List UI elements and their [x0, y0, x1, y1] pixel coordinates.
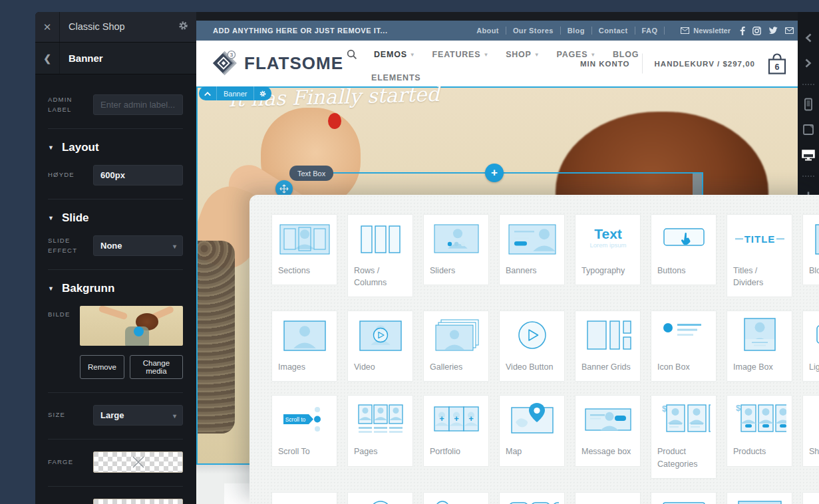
element-card-map[interactable]: Map — [499, 395, 565, 466]
cart-link[interactable]: HANDLEKURV / $297,00 — [655, 60, 755, 68]
menu-item-demos[interactable]: DEMOS▼ — [374, 50, 416, 59]
flatsome-logo-icon: 3 — [210, 49, 238, 77]
instagram-feed-icon — [727, 493, 792, 504]
menu-item-features[interactable]: FEATURES▼ — [432, 50, 490, 59]
email-icon[interactable] — [785, 27, 794, 34]
element-card-blo[interactable]: Blo — [802, 214, 819, 285]
element-card-sha-ico[interactable]: Sha ico — [802, 395, 819, 466]
element-card-product-categories[interactable]: $Product Categories — [651, 395, 717, 478]
element-card-portfolio[interactable]: +++Portfolio — [423, 395, 489, 466]
element-card-video-button[interactable]: Video Button — [499, 311, 565, 382]
size-select[interactable]: Large▾ — [93, 405, 183, 426]
add-element-button[interactable]: + — [485, 164, 504, 182]
height-row: HØYDE 600px — [48, 165, 183, 186]
element-card-buttons[interactable]: Buttons — [651, 214, 717, 285]
element-card-label: Titles / Dividers — [727, 260, 792, 297]
topbar-link-faq[interactable]: FAQ — [635, 27, 665, 35]
banner-settings-gear-icon[interactable] — [253, 86, 271, 100]
topbar-link-our-stores[interactable]: Our Stores — [506, 27, 560, 35]
menu-item-elements[interactable]: ELEMENTS — [371, 73, 420, 82]
topbar-links: AboutOur StoresBlogContactFAQ — [470, 27, 674, 35]
svg-text:Lorem ipsum: Lorem ipsum — [589, 241, 626, 249]
element-card-logo[interactable]: AcmeLogo — [575, 492, 641, 504]
element-card-banner-grids[interactable]: Banner Grids — [575, 311, 641, 382]
slide-section-heading[interactable]: ▼Slide — [48, 211, 183, 225]
chevron-down-icon: ▼ — [410, 52, 416, 58]
flatsome-logo[interactable]: 3 FLATSOME — [210, 49, 343, 77]
topbar-link-about[interactable]: About — [470, 27, 506, 35]
chevron-right-icon[interactable] — [801, 56, 816, 70]
element-card-video[interactable]: Video — [347, 311, 413, 382]
element-card-scroll-to[interactable]: Scroll toScroll To — [271, 395, 337, 466]
element-card-banners[interactable]: Banners — [499, 214, 565, 285]
overlay-row: OVERLAY — [48, 499, 183, 504]
cart-bag-icon[interactable]: 6 — [767, 53, 787, 74]
element-card-image-box[interactable]: Image Box — [727, 311, 792, 382]
chevron-left-icon[interactable] — [801, 31, 816, 45]
element-card-sea[interactable]: Sea — [802, 492, 819, 504]
partial-circle-icon — [803, 396, 819, 441]
element-card-images[interactable]: Images — [271, 311, 337, 382]
background-image-thumbnail[interactable] — [80, 306, 183, 346]
search-icon[interactable] — [347, 49, 357, 60]
topbar-link-contact[interactable]: Contact — [592, 27, 635, 35]
element-card-icon-box[interactable]: Icon Box — [651, 311, 717, 382]
element-card-accordion[interactable]: Accordion — [651, 492, 717, 504]
change-media-button[interactable]: Change media — [130, 355, 183, 379]
topbar-link-blog[interactable]: Blog — [561, 27, 591, 35]
sections-icon — [272, 215, 337, 260]
element-card-typography[interactable]: TextLorem ipsumTypography — [575, 214, 641, 285]
element-card-titles-dividers[interactable]: TITLETitles / Dividers — [727, 214, 792, 297]
desktop-icon[interactable] — [801, 148, 816, 162]
element-card-label: Pages — [348, 441, 412, 465]
builder-header: ✕ Classic Shop — [35, 12, 196, 43]
element-card-testimonials[interactable]: ★ ★ ★Testimonials — [423, 492, 489, 504]
remove-button[interactable]: Remove — [80, 355, 124, 379]
element-card-message-box[interactable]: Message box — [575, 395, 641, 466]
slide-effect-select[interactable]: None▾ — [93, 235, 183, 256]
element-card-rows-columns[interactable]: Rows / Columns — [347, 214, 413, 297]
close-icon[interactable]: ✕ — [35, 21, 59, 33]
partial-box-icon — [803, 311, 819, 356]
menu-item-shop[interactable]: SHOP▼ — [506, 50, 540, 59]
svg-text:+: + — [454, 414, 459, 424]
element-card-instagram-feed[interactable]: Instagram feed — [727, 492, 792, 504]
map-icon — [500, 396, 564, 441]
element-card-label: Rows / Columns — [348, 260, 412, 297]
focal-point-marker[interactable] — [134, 326, 144, 336]
layout-section-heading[interactable]: ▼Layout — [48, 141, 183, 154]
element-card-galleries[interactable]: Galleries — [423, 311, 489, 382]
preview-chrome-strip — [196, 12, 798, 21]
account-link[interactable]: MIN KONTO — [580, 60, 630, 68]
height-input[interactable]: 600px — [93, 165, 183, 186]
collapse-chevron-icon[interactable] — [199, 86, 217, 100]
rows-columns-icon — [348, 215, 412, 260]
element-card-team-member[interactable]: Team Member — [347, 492, 413, 504]
photo-bracelet — [198, 241, 235, 434]
testimonials-icon: ★ ★ ★ — [424, 493, 488, 504]
gear-icon[interactable] — [170, 20, 196, 34]
element-card-lig[interactable]: Lig — [802, 311, 819, 382]
elements-grid: SectionsRows / ColumnsSlidersBannersText… — [271, 214, 819, 504]
tablet-icon[interactable] — [801, 122, 816, 137]
color-swatch[interactable] — [93, 451, 183, 473]
overlay-swatch[interactable] — [93, 499, 183, 504]
admin-label-input[interactable]: Enter admin label... — [93, 94, 183, 115]
background-section-heading[interactable]: ▼Bakgrunn — [48, 282, 183, 295]
element-card-pages[interactable]: Pages — [347, 395, 413, 466]
instagram-icon[interactable] — [752, 27, 761, 35]
element-card-sections[interactable]: Sections — [271, 214, 337, 285]
back-chevron-icon[interactable]: ❮ — [35, 53, 59, 64]
element-card-countdown[interactable]: 10DAYS19MINCountdown — [499, 492, 565, 504]
newsletter-link[interactable]: Newsletter — [674, 27, 737, 35]
thumbnail-art — [98, 306, 128, 320]
mobile-icon[interactable] — [801, 97, 816, 112]
element-card-tabs[interactable]: Tabs — [271, 492, 337, 504]
element-card-products[interactable]: $Products — [727, 395, 792, 466]
partial-box-icon — [803, 493, 819, 504]
twitter-icon[interactable] — [768, 27, 778, 35]
selection-highlight — [693, 174, 702, 195]
element-card-label: Portfolio — [424, 441, 488, 465]
facebook-icon[interactable] — [740, 27, 745, 35]
element-card-sliders[interactable]: Sliders — [423, 214, 489, 285]
